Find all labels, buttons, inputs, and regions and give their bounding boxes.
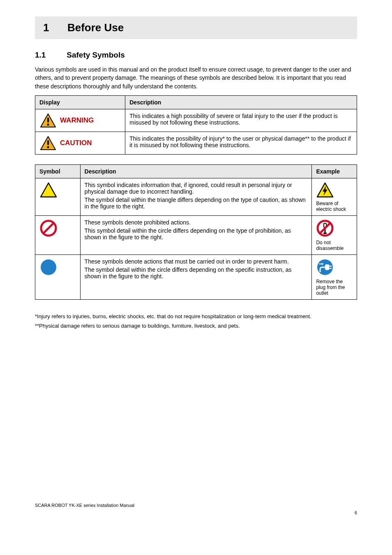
warning-label: WARNING bbox=[60, 116, 94, 125]
t1-header-display: Display bbox=[35, 95, 125, 109]
remove-plug-icon bbox=[316, 258, 334, 276]
mandatory-action-circle-icon bbox=[39, 258, 58, 276]
t1-header-description: Description bbox=[125, 95, 357, 109]
caution-description: This indicates the possibility of injury… bbox=[125, 132, 357, 154]
footer: SCARA ROBOT YK-XE series Installation Ma… bbox=[35, 503, 357, 508]
section-number: 1.1 bbox=[35, 51, 65, 60]
svg-point-5 bbox=[47, 146, 49, 148]
footnote-1: *Injury refers to injuries, burns, elect… bbox=[35, 313, 357, 321]
t2-row3-desc1: These symbols denote actions that must b… bbox=[85, 258, 308, 265]
signal-word-table: Display Description WARNING This indicat… bbox=[35, 95, 357, 155]
caution-label: CAUTION bbox=[60, 139, 92, 147]
svg-rect-20 bbox=[329, 268, 332, 269]
generic-warning-triangle-icon bbox=[39, 182, 58, 198]
svg-rect-1 bbox=[47, 118, 49, 123]
footnote-2: **Physical damage refers to serious dama… bbox=[35, 322, 357, 330]
page-number: 6 bbox=[35, 510, 357, 515]
svg-point-16 bbox=[41, 259, 56, 275]
prohibited-circle-icon bbox=[39, 219, 58, 237]
t2-row2-example-caption: Do not disassemble bbox=[316, 240, 353, 251]
t2-row2-desc1: These symbols denote prohibited actions. bbox=[85, 219, 308, 226]
table-row: This symbol indicates information that, … bbox=[35, 178, 357, 215]
do-not-disassemble-icon bbox=[316, 219, 334, 237]
svg-line-10 bbox=[44, 223, 53, 233]
t2-row3-desc2: The symbol detail within the circle diff… bbox=[85, 266, 308, 280]
section-heading: 1.1 Safety Symbols bbox=[35, 51, 357, 60]
safety-symbol-table: Symbol Description Example This symbol i… bbox=[35, 164, 357, 300]
svg-rect-18 bbox=[325, 264, 329, 270]
t2-row2-desc2: This symbol detail within the circle dif… bbox=[85, 227, 308, 240]
t2-row1-desc2: The symbol detail within the triangle di… bbox=[85, 197, 308, 210]
svg-rect-19 bbox=[329, 266, 332, 267]
chapter-number: 1 bbox=[43, 21, 49, 34]
electric-shock-warning-icon bbox=[316, 182, 334, 198]
table-row: These symbols denote prohibited actions.… bbox=[35, 215, 357, 254]
svg-rect-14 bbox=[323, 233, 327, 234]
svg-marker-6 bbox=[41, 183, 56, 197]
table-row: These symbols denote actions that must b… bbox=[35, 254, 357, 299]
table-row: WARNING This indicates a high possibilit… bbox=[35, 109, 357, 132]
svg-rect-4 bbox=[47, 140, 49, 145]
warning-description: This indicates a high possibility of sev… bbox=[125, 109, 357, 132]
chapter-heading: 1 Before Use bbox=[35, 16, 357, 39]
t2-header-symbol: Symbol bbox=[35, 164, 81, 178]
chapter-title: Before Use bbox=[67, 21, 124, 34]
warning-triangle-icon bbox=[39, 113, 57, 128]
t2-row3-example-caption: Remove the plug from the outlet bbox=[316, 279, 353, 296]
intro-paragraph: Various symbols are used in this manual … bbox=[35, 65, 357, 90]
t2-row1-example-caption: Beware of electric shock bbox=[316, 201, 353, 212]
t2-header-example: Example bbox=[312, 164, 357, 178]
section-title: Safety Symbols bbox=[67, 51, 125, 59]
caution-triangle-icon bbox=[39, 135, 57, 151]
t2-row1-desc1: This symbol indicates information that, … bbox=[85, 182, 308, 195]
table-row: CAUTION This indicates the possibility o… bbox=[35, 132, 357, 154]
svg-point-2 bbox=[47, 123, 49, 125]
t2-header-description: Description bbox=[80, 164, 312, 178]
